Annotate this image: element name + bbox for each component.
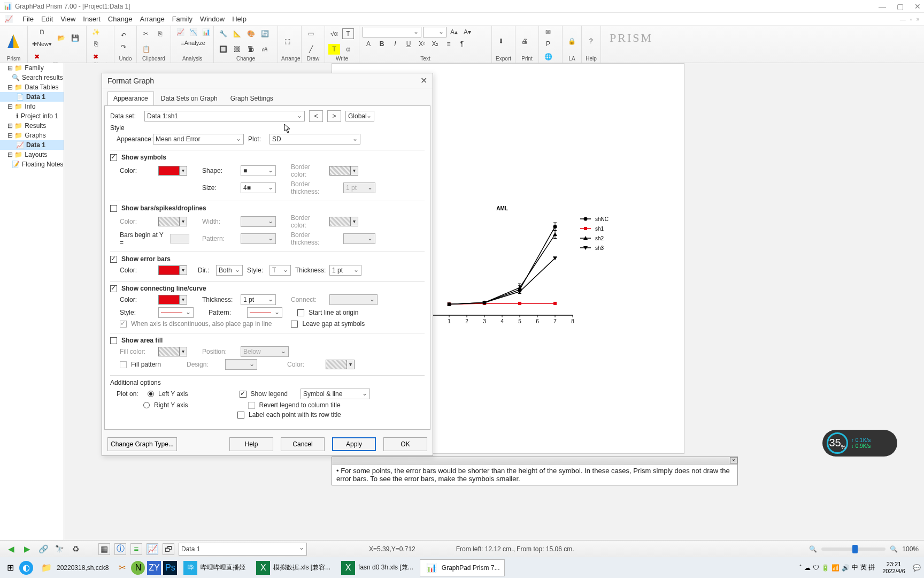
align-left-icon[interactable]: ≡ (443, 39, 455, 49)
info-panel-bar[interactable]: × (332, 457, 737, 465)
dialog-close-icon[interactable]: ✕ (420, 75, 427, 86)
conn-style-select[interactable] (158, 307, 194, 318)
sub-icon[interactable]: X₂ (429, 39, 441, 49)
export-icon[interactable]: ⬇ (495, 36, 507, 47)
prism-logo-icon[interactable] (3, 31, 24, 51)
menu-edit[interactable]: Edit (41, 15, 53, 23)
tray-notification-icon[interactable]: 💬 (913, 564, 921, 572)
help-icon[interactable]: ? (585, 36, 597, 47)
taskbar-excel-2[interactable]: Xfasn d0 3h.xls [兼... (337, 559, 418, 576)
zoom-in-icon[interactable]: 🔍 (890, 545, 898, 553)
italic-icon[interactable]: I (389, 39, 401, 49)
analysis-icon-3[interactable]: 📊 (200, 27, 212, 37)
taskbar-clock[interactable]: 23:212022/4/6 (877, 561, 911, 575)
start-button[interactable]: ⊞ (3, 561, 17, 575)
font-shrink-icon[interactable]: A▾ (461, 27, 473, 37)
del-sheet-icon[interactable]: ✖ (90, 51, 102, 62)
revert-legend-check[interactable] (248, 402, 255, 409)
change-graph-type-button[interactable]: Change Graph Type... (107, 437, 177, 451)
send-ppt-icon[interactable]: P (542, 39, 554, 49)
tree-data1-graph[interactable]: 📈 Data 1 (0, 140, 64, 150)
bar-width-select[interactable] (241, 216, 276, 227)
draw-rect-icon[interactable]: ▭ (305, 28, 317, 39)
symbol-color-select[interactable]: ▾ (158, 166, 187, 176)
size-select[interactable]: 4 ■ (241, 182, 276, 193)
mdi-close[interactable]: × (917, 16, 920, 22)
new-dropdown[interactable]: ✚ New ▾ (31, 39, 53, 49)
write-alpha-icon[interactable]: α (342, 44, 354, 55)
nav-results-icon[interactable]: ≡ (130, 543, 142, 555)
change-icon-3[interactable]: 🎨 (245, 28, 257, 39)
menu-family[interactable]: Family (172, 15, 192, 23)
write-highlight-icon[interactable]: T (328, 44, 340, 55)
shape-select[interactable]: ■ (241, 165, 276, 176)
cancel-button[interactable]: Cancel (281, 437, 325, 451)
tray-wifi-icon[interactable]: 📶 (831, 564, 840, 572)
nav-graph-icon[interactable]: 📈 (147, 543, 158, 555)
conn-color-select[interactable]: ▾ (158, 295, 187, 305)
show-error-check[interactable] (110, 256, 117, 263)
copy-icon[interactable]: ⎘ (154, 28, 166, 39)
nav-layout-icon[interactable]: 🗗 (163, 543, 174, 555)
tree-data1-table[interactable]: 📄 Data 1 (0, 92, 64, 102)
connect-select[interactable] (329, 294, 378, 305)
tab-appearance[interactable]: Appearance (107, 92, 154, 105)
start-origin-check[interactable] (297, 309, 304, 316)
error-thickness-select[interactable]: 1 pt (329, 265, 361, 276)
tray-lang[interactable]: 英 拼 (860, 563, 875, 572)
taskbar-n-icon[interactable]: N (131, 561, 145, 575)
left-y-radio[interactable] (148, 391, 154, 397)
tray-onedrive-icon[interactable]: ☁ (804, 564, 811, 572)
menu-view[interactable]: View (60, 15, 75, 23)
menu-window[interactable]: Window (200, 15, 225, 23)
global-select[interactable]: Global (345, 111, 374, 121)
sheet-select[interactable]: Data 1 (179, 543, 307, 556)
font-color-icon[interactable]: A (363, 39, 374, 49)
tray-up-icon[interactable]: ˄ (799, 564, 802, 572)
prev-dataset-button[interactable]: < (309, 110, 323, 122)
legend-style-select[interactable]: Symbol & line (301, 389, 370, 399)
bar-border-color-select[interactable]: ▾ (329, 217, 358, 226)
analysis-icon-2[interactable]: 📉 (187, 27, 199, 37)
tray-battery-icon[interactable]: 🔋 (821, 564, 829, 572)
dataset-select[interactable]: Data 1:sh1 (144, 111, 305, 121)
change-icon-2[interactable]: 📐 (231, 28, 243, 39)
tab-graph-settings[interactable]: Graph Settings (225, 92, 279, 105)
tree-family[interactable]: ⊟ 📁 Family (0, 63, 64, 73)
open-file-icon[interactable]: 📂 (55, 33, 67, 43)
close-button[interactable]: ✕ (914, 2, 921, 11)
tray-volume-icon[interactable]: 🔊 (842, 564, 850, 572)
menu-insert[interactable]: Insert (83, 15, 101, 23)
change-icon-5[interactable]: 🔲 (217, 44, 229, 55)
tree-info[interactable]: ⊟ 📁 Info (0, 102, 64, 111)
taskbar-snip-icon[interactable]: ✂ (115, 561, 129, 575)
cut-icon[interactable]: ✂ (140, 28, 152, 39)
new-file-icon[interactable]: 🗋 (31, 27, 53, 37)
menu-file[interactable]: File (22, 15, 34, 23)
change-icon-8[interactable]: 🗚 (259, 44, 271, 55)
zoom-slider[interactable] (821, 547, 886, 551)
write-text-icon[interactable]: T (342, 28, 354, 39)
analysis-icon-1[interactable]: 📈 (174, 27, 186, 37)
print-icon[interactable]: 🖨 (519, 36, 530, 47)
close-sheet-icon[interactable]: ✖ (31, 51, 43, 62)
tree-graphs[interactable]: ⊟ 📁 Graphs (0, 131, 64, 140)
bold-icon[interactable]: B (376, 39, 388, 49)
project-tree[interactable]: ⊟ 📁 Family 🔍 Search results ⊟ 📁 Data Tab… (0, 63, 64, 557)
send-mail-icon[interactable]: ✉ (542, 27, 554, 37)
right-y-radio[interactable] (143, 402, 150, 408)
tray-ime-icon[interactable]: 中 (852, 563, 858, 572)
font-grow-icon[interactable]: A▴ (448, 27, 460, 37)
tree-proj-info[interactable]: ℹ Project info 1 (0, 111, 64, 121)
undo-icon[interactable]: ↶ (118, 30, 129, 41)
label-each-check[interactable] (237, 412, 244, 419)
minimize-button[interactable]: — (879, 2, 886, 11)
area-pattern-color-select[interactable]: ▾ (326, 360, 355, 369)
show-conn-check[interactable] (110, 285, 117, 292)
redo-icon[interactable]: ↷ (118, 42, 129, 52)
appearance-select[interactable]: Mean and Error (153, 134, 244, 144)
show-legend-check[interactable] (240, 391, 247, 398)
show-bars-check[interactable] (110, 205, 117, 212)
paragraph-icon[interactable]: ¶ (456, 39, 468, 49)
tab-datasets[interactable]: Data Sets on Graph (155, 92, 224, 105)
